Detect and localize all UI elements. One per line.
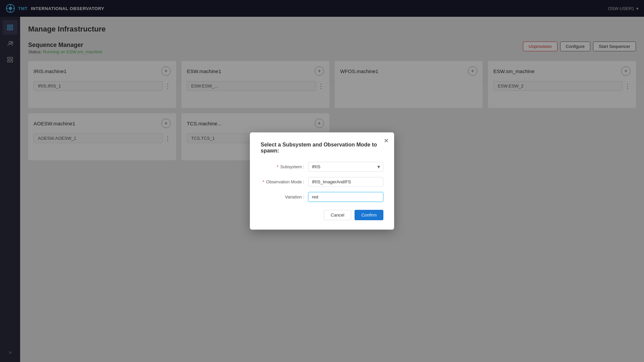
modal-footer: Cancel Confirm — [261, 210, 383, 220]
observation-mode-label: * Observation Mode : — [261, 179, 304, 184]
subsystem-row: * Subsystem : IRIS ESW AOESW TCS WFOS — [261, 162, 383, 172]
cancel-button[interactable]: Cancel — [324, 210, 351, 220]
obs-required-star: * — [263, 179, 264, 184]
observation-mode-row: * Observation Mode : IRIS_ImagerAndIFS — [261, 177, 383, 187]
subsystem-required-star: * — [277, 164, 278, 169]
variation-row: Variation : red — [261, 192, 383, 202]
modal-overlay: Select a Subsystem and Observation Mode … — [0, 0, 644, 362]
subsystem-label: * Subsystem : — [261, 164, 304, 169]
modal-title: Select a Subsystem and Observation Mode … — [261, 142, 383, 154]
variation-input[interactable]: red — [308, 192, 383, 202]
subsystem-select-wrapper: IRIS ESW AOESW TCS WFOS — [308, 162, 383, 172]
variation-label: Variation : — [261, 194, 304, 199]
observation-mode-input[interactable]: IRIS_ImagerAndIFS — [308, 177, 383, 187]
confirm-button[interactable]: Confirm — [355, 210, 383, 220]
spawn-modal: Select a Subsystem and Observation Mode … — [250, 132, 394, 230]
subsystem-select[interactable]: IRIS ESW AOESW TCS WFOS — [308, 162, 383, 172]
modal-close-button[interactable]: ✕ — [384, 137, 389, 144]
